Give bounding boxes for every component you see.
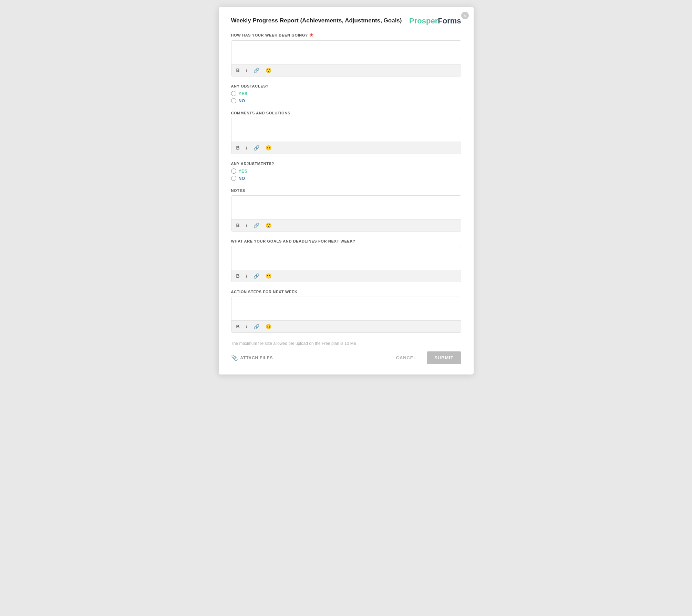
modal-container: × Weekly Progress Report (Achievements, … bbox=[219, 7, 474, 374]
comments-toolbar: B I 🔗 🙂 bbox=[231, 142, 461, 154]
modal-backdrop: × Weekly Progress Report (Achievements, … bbox=[0, 0, 692, 616]
adjustments-radio-group: YES NO bbox=[231, 168, 461, 181]
field-notes: NOTES B I 🔗 🙂 bbox=[231, 188, 461, 232]
attach-files-button[interactable]: 📎 ATTACH FILES bbox=[231, 355, 273, 361]
comments-emoji-btn[interactable]: 🙂 bbox=[264, 144, 273, 151]
notes-link-btn[interactable]: 🔗 bbox=[252, 222, 261, 229]
brand-prosper: Prosper bbox=[409, 17, 438, 25]
obstacles-no-option[interactable]: NO bbox=[231, 98, 461, 103]
modal-header: Weekly Progress Report (Achievements, Ad… bbox=[231, 17, 461, 25]
paperclip-icon: 📎 bbox=[231, 355, 238, 361]
comments-bold-btn[interactable]: B bbox=[235, 144, 241, 151]
week-going-link-btn[interactable]: 🔗 bbox=[252, 67, 261, 74]
action-steps-input[interactable] bbox=[231, 297, 461, 320]
notes-italic-btn[interactable]: I bbox=[245, 222, 249, 229]
action-steps-italic-btn[interactable]: I bbox=[245, 323, 249, 330]
action-steps-link-btn[interactable]: 🔗 bbox=[252, 323, 261, 330]
goals-link-btn[interactable]: 🔗 bbox=[252, 273, 261, 279]
file-note: The maximum file size allowed per upload… bbox=[231, 341, 461, 346]
notes-editor: B I 🔗 🙂 bbox=[231, 195, 461, 232]
adjustments-yes-radio[interactable] bbox=[231, 168, 236, 174]
notes-toolbar: B I 🔗 🙂 bbox=[231, 219, 461, 231]
comments-italic-btn[interactable]: I bbox=[245, 144, 249, 151]
cancel-button[interactable]: CANCEL bbox=[391, 352, 422, 364]
goals-italic-btn[interactable]: I bbox=[245, 273, 249, 279]
adjustments-no-label: NO bbox=[239, 176, 245, 181]
adjustments-no-option[interactable]: NO bbox=[231, 176, 461, 181]
action-steps-editor: B I 🔗 🙂 bbox=[231, 297, 461, 333]
obstacles-radio-group: YES NO bbox=[231, 91, 461, 103]
brand-logo: ProsperForms bbox=[409, 17, 461, 25]
field-action-steps: ACTION STEPS FOR NEXT WEEK B I 🔗 🙂 bbox=[231, 290, 461, 333]
field-week-going-label: HOW HAS YOUR WEEK BEEN GOING? ★ bbox=[231, 32, 461, 38]
obstacles-no-label: NO bbox=[239, 99, 245, 103]
obstacles-yes-option[interactable]: YES bbox=[231, 91, 461, 96]
goals-input[interactable] bbox=[231, 246, 461, 270]
notes-input[interactable] bbox=[231, 196, 461, 219]
comments-input[interactable] bbox=[231, 118, 461, 142]
goals-editor: B I 🔗 🙂 bbox=[231, 246, 461, 282]
week-going-italic-btn[interactable]: I bbox=[245, 67, 249, 74]
week-going-input[interactable] bbox=[231, 41, 461, 64]
action-steps-label: ACTION STEPS FOR NEXT WEEK bbox=[231, 290, 461, 294]
goals-emoji-btn[interactable]: 🙂 bbox=[264, 273, 273, 279]
goals-toolbar: B I 🔗 🙂 bbox=[231, 270, 461, 282]
adjustments-label: ANY ADJUSTMENTS? bbox=[231, 162, 461, 166]
notes-label: NOTES bbox=[231, 188, 461, 193]
week-going-emoji-btn[interactable]: 🙂 bbox=[264, 67, 273, 74]
field-week-going: HOW HAS YOUR WEEK BEEN GOING? ★ B I 🔗 🙂 bbox=[231, 32, 461, 76]
modal-title: Weekly Progress Report (Achievements, Ad… bbox=[231, 17, 402, 24]
field-comments: COMMENTS AND SOLUTIONS B I 🔗 🙂 bbox=[231, 111, 461, 154]
attach-label: ATTACH FILES bbox=[240, 356, 273, 360]
footer-right-actions: CANCEL SUBMIT bbox=[391, 351, 461, 364]
adjustments-yes-label: YES bbox=[239, 169, 248, 174]
comments-link-btn[interactable]: 🔗 bbox=[252, 144, 261, 151]
week-going-bold-btn[interactable]: B bbox=[235, 67, 241, 74]
brand-forms: Forms bbox=[438, 17, 461, 25]
field-obstacles: ANY OBSTACLES? YES NO bbox=[231, 84, 461, 103]
submit-button[interactable]: SUBMIT bbox=[427, 351, 461, 364]
week-going-editor: B I 🔗 🙂 bbox=[231, 40, 461, 76]
action-steps-bold-btn[interactable]: B bbox=[235, 323, 241, 330]
required-star: ★ bbox=[309, 32, 314, 38]
comments-label: COMMENTS AND SOLUTIONS bbox=[231, 111, 461, 115]
close-button[interactable]: × bbox=[461, 12, 469, 19]
obstacles-yes-label: YES bbox=[239, 91, 248, 96]
comments-editor: B I 🔗 🙂 bbox=[231, 118, 461, 154]
adjustments-yes-option[interactable]: YES bbox=[231, 168, 461, 174]
goals-label: WHAT ARE YOUR GOALS AND DEADLINES FOR NE… bbox=[231, 239, 461, 243]
adjustments-no-radio[interactable] bbox=[231, 176, 236, 181]
action-steps-emoji-btn[interactable]: 🙂 bbox=[264, 323, 273, 330]
notes-emoji-btn[interactable]: 🙂 bbox=[264, 222, 273, 229]
goals-bold-btn[interactable]: B bbox=[235, 273, 241, 279]
obstacles-label: ANY OBSTACLES? bbox=[231, 84, 461, 88]
notes-bold-btn[interactable]: B bbox=[235, 222, 241, 229]
footer-actions: 📎 ATTACH FILES CANCEL SUBMIT bbox=[231, 351, 461, 364]
action-steps-toolbar: B I 🔗 🙂 bbox=[231, 320, 461, 332]
field-adjustments: ANY ADJUSTMENTS? YES NO bbox=[231, 162, 461, 181]
obstacles-no-radio[interactable] bbox=[231, 98, 236, 103]
obstacles-yes-radio[interactable] bbox=[231, 91, 236, 96]
week-going-toolbar: B I 🔗 🙂 bbox=[231, 64, 461, 76]
field-goals: WHAT ARE YOUR GOALS AND DEADLINES FOR NE… bbox=[231, 239, 461, 282]
